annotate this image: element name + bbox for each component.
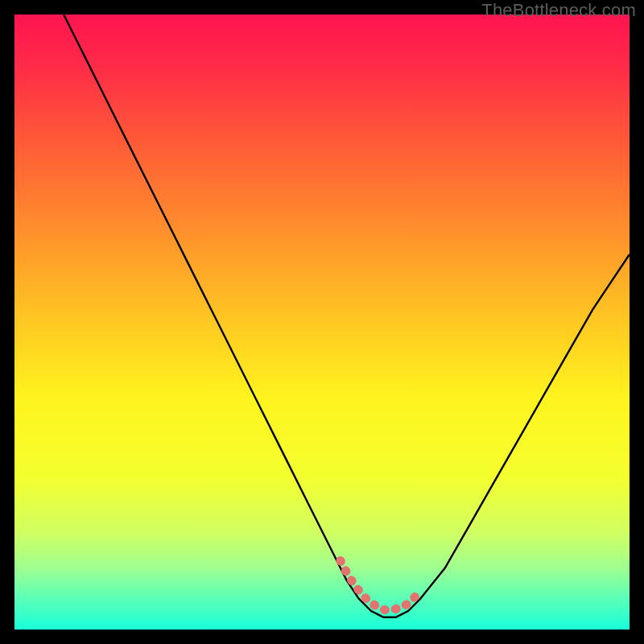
valley-accent	[341, 560, 422, 609]
watermark-text: TheBottleneck.com	[481, 0, 636, 21]
curve-layer	[14, 14, 630, 630]
chart-frame: TheBottleneck.com	[0, 0, 644, 644]
bottleneck-curve	[64, 14, 630, 617]
plot-area	[14, 14, 630, 630]
